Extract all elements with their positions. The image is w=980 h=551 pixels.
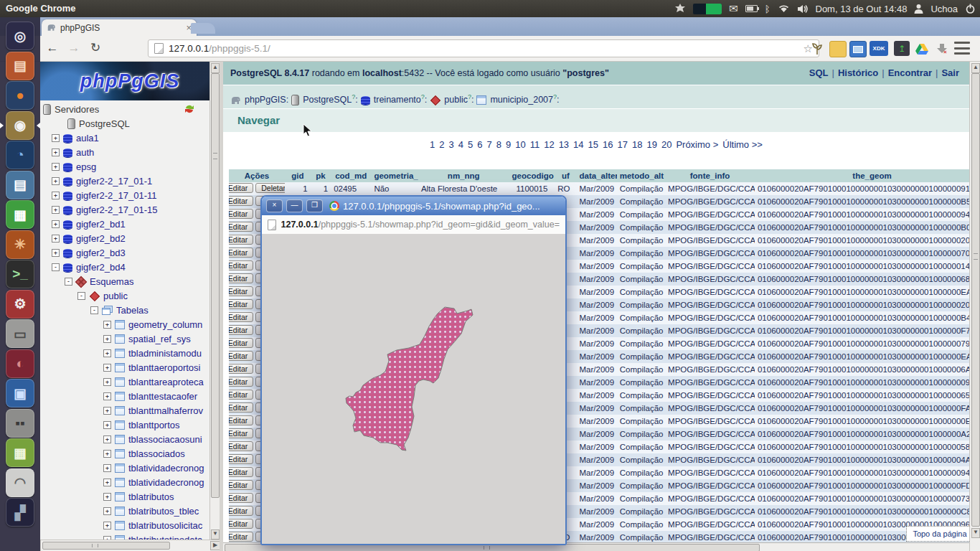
editar-button[interactable]: Editar <box>229 428 253 438</box>
extension-drive-icon[interactable] <box>914 41 930 56</box>
tree-expander[interactable]: + <box>103 507 111 515</box>
editar-button[interactable]: Editar <box>229 441 253 451</box>
editar-button[interactable]: Editar <box>229 364 253 374</box>
page-12[interactable]: 12 <box>544 139 554 150</box>
tree-expander[interactable]: + <box>52 220 60 228</box>
editar-button[interactable]: Editar <box>229 338 253 348</box>
editar-button[interactable]: Editar <box>229 222 253 232</box>
remote-desktop-icon[interactable]: ▣ <box>6 379 34 408</box>
editar-button[interactable]: Editar <box>229 209 253 219</box>
keyboard-prefs-icon[interactable]: ▪▪ <box>6 409 34 438</box>
popup-close-button[interactable]: × <box>266 199 283 212</box>
reload-button[interactable]: ↻ <box>86 39 105 57</box>
link-sair[interactable]: Sair <box>941 67 959 78</box>
page-11[interactable]: 11 <box>530 139 540 150</box>
tree-expander[interactable]: + <box>103 349 111 357</box>
editar-button[interactable]: Editar <box>229 454 253 464</box>
tree-expander[interactable]: + <box>52 177 60 185</box>
extension-xdk-icon[interactable]: XDK <box>870 41 888 56</box>
clock[interactable]: Dom, 13 de Out 14:48 <box>816 4 908 14</box>
tree-expander[interactable]: + <box>103 392 111 400</box>
extension-photos-icon[interactable] <box>849 41 867 57</box>
help-link[interactable]: ? <box>553 93 557 100</box>
tree-expander[interactable]: + <box>52 235 60 242</box>
page-10[interactable]: 10 <box>515 139 525 150</box>
page-9[interactable]: 9 <box>506 139 511 150</box>
map-canvas[interactable] <box>262 234 565 544</box>
tree-expander[interactable]: + <box>103 378 111 386</box>
tree-expander[interactable]: + <box>52 134 60 142</box>
breadcrumb-municipio_2007[interactable]: municipio_2007?: <box>476 95 559 105</box>
tree-expander[interactable]: + <box>52 192 60 199</box>
volume-icon[interactable] <box>797 2 809 15</box>
tree-item-spatial-ref-sys[interactable]: +spatial_ref_sys <box>40 331 209 346</box>
page-16[interactable]: 16 <box>603 139 613 150</box>
tree-expander[interactable]: + <box>52 206 60 214</box>
tree-item-tblanttportos[interactable]: +tblanttportos <box>40 418 209 432</box>
tree-item-auth[interactable]: +auth <box>40 145 209 159</box>
editar-button[interactable]: Editar <box>229 196 253 206</box>
tree-expander[interactable]: + <box>103 321 111 329</box>
breadcrumb-treinamento[interactable]: treinamento?: <box>361 95 428 105</box>
text-editor-icon[interactable]: ▤ <box>6 171 34 199</box>
power-gear-icon[interactable] <box>965 2 976 15</box>
tree-expander[interactable]: + <box>52 149 60 156</box>
page-8[interactable]: 8 <box>496 139 501 150</box>
tree-item-gigfer2-bd4[interactable]: -gigfer2_bd4 <box>40 260 209 274</box>
tree-expander[interactable]: + <box>103 435 111 443</box>
editar-button[interactable]: Editar <box>229 183 253 193</box>
tree-item-esquemas[interactable]: -Esquemas <box>40 274 209 288</box>
link-sql[interactable]: SQL <box>809 67 829 78</box>
workspace-tool-icon[interactable]: ▦ <box>6 438 34 467</box>
help-link[interactable]: ? <box>468 93 471 100</box>
refresh-icon[interactable] <box>184 104 195 114</box>
top-of-page-link[interactable]: Topo da página <box>906 526 969 542</box>
indicator-star-icon[interactable] <box>674 2 686 15</box>
tree-expander[interactable]: + <box>103 464 111 472</box>
tree-item-public[interactable]: -public <box>40 288 209 303</box>
editar-button[interactable]: Editar <box>229 235 253 245</box>
tree-item-gigfer2-2-17-01-11[interactable]: +gigfer2-2_17_01-11 <box>40 188 209 202</box>
editar-button[interactable]: Editar <box>229 415 253 425</box>
editar-button[interactable]: Editar <box>229 286 253 296</box>
popup-maximize-button[interactable]: ❐ <box>306 199 323 212</box>
popup-minimize-button[interactable]: — <box>286 199 303 212</box>
tree-item-epsg[interactable]: +epsg <box>40 159 209 174</box>
page-1[interactable]: 1 <box>430 139 435 150</box>
tree-expander[interactable]: + <box>103 421 111 429</box>
tree-expander[interactable]: - <box>52 263 60 271</box>
editar-button[interactable]: Editar <box>229 493 253 503</box>
forward-button[interactable]: → <box>65 39 83 57</box>
page-3[interactable]: 3 <box>449 139 454 150</box>
mail-icon[interactable]: ✉ <box>729 2 738 15</box>
tree-item-tblanttmalhaferrov[interactable]: +tblanttmalhaferrov <box>40 403 209 418</box>
tree-item-aula1[interactable]: +aula1 <box>40 131 209 145</box>
tree-item-geometry-column[interactable]: +geometry_column <box>40 317 209 331</box>
terminal-icon[interactable]: >_ <box>6 260 34 288</box>
editar-button[interactable]: Editar <box>229 532 253 542</box>
back-button[interactable]: ← <box>43 39 62 57</box>
tree-expander[interactable]: - <box>65 278 72 286</box>
tree-item-gigfer2-bd1[interactable]: +gigfer2_bd1 <box>40 217 209 231</box>
tree-item-gigfer2-bd3[interactable]: +gigfer2_bd3 <box>40 245 209 260</box>
tree-item-tblassociacaosuni[interactable]: +tblassociacaosuni <box>40 432 209 446</box>
tree-item-tblatividadecronog[interactable]: +tblatividadecronog <box>40 461 209 475</box>
tree-item-servidores[interactable]: Servidores <box>40 102 209 116</box>
tree-expander[interactable]: + <box>103 493 111 501</box>
tree-item-tblanttareaproteca[interactable]: +tblanttareaproteca <box>40 375 209 389</box>
next-page-link[interactable]: Próximo > <box>676 139 718 150</box>
editar-button[interactable]: Editar <box>229 390 253 400</box>
tree-item-tabelas[interactable]: -Tabelas <box>40 303 209 317</box>
session-user-name[interactable]: Uchoa <box>930 4 958 14</box>
page-17[interactable]: 17 <box>618 139 628 150</box>
address-bar[interactable]: 127.0.0.1/phppggis-5.1/ ☆ <box>148 39 819 57</box>
editar-button[interactable]: Editar <box>229 260 253 270</box>
tree-item-tbladministamodu[interactable]: +tbladministamodu <box>40 346 209 360</box>
breadcrumb-postgresql[interactable]: PostgreSQL?: <box>291 95 358 105</box>
deletar-button[interactable]: Deletar <box>255 183 285 193</box>
editar-button[interactable]: Editar <box>229 467 253 477</box>
new-tab-button[interactable] <box>191 23 215 34</box>
page-13[interactable]: 13 <box>559 139 569 150</box>
editar-button[interactable]: Editar <box>229 377 253 387</box>
page-7[interactable]: 7 <box>486 139 491 150</box>
